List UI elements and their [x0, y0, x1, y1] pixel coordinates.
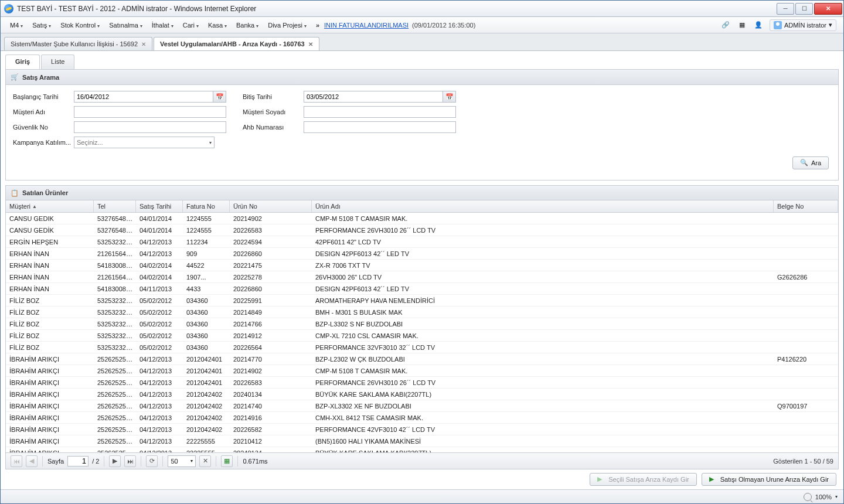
minimize-button[interactable]: ─ [777, 3, 794, 15]
user-icon[interactable]: 👤 [753, 20, 764, 30]
table-row[interactable]: İBRAHİM ARIKÇI252625252504/12/2013201204… [6, 412, 838, 424]
window-buttons: ─ ☐ ✕ [777, 3, 842, 15]
table-row[interactable]: ERHAN İNAN212615642904/12/20139092022686… [6, 248, 838, 260]
menu-diva projesi[interactable]: Diva Projesi▾ [263, 20, 311, 30]
baslangic-input[interactable] [74, 91, 213, 103]
col-urun[interactable]: Ürün No [230, 200, 312, 212]
col-fatura[interactable]: Fatura No [183, 200, 230, 212]
col-musteri[interactable]: Müşteri▲ [6, 200, 94, 212]
chevron-down-icon[interactable]: ▾ [835, 494, 838, 499]
zoom-icon[interactable] [804, 493, 812, 501]
table-row[interactable]: FİLİZ BOZ532532323205/02/201203436020225… [6, 295, 838, 307]
maximize-button[interactable]: ☐ [795, 3, 813, 15]
kampanya-placeholder: Seçiniz... [77, 139, 103, 146]
menu-m4[interactable]: M4▾ [5, 20, 28, 30]
table-row[interactable]: İBRAHİM ARIKÇI252625252504/12/2013201204… [6, 389, 838, 400]
table-row[interactable]: İBRAHİM ARIKÇI252625252504/12/2013201204… [6, 377, 838, 389]
table-row[interactable]: İBRAHİM ARIKÇI252625252504/12/2013201204… [6, 400, 838, 412]
menu-cari[interactable]: Cari▾ [178, 20, 203, 30]
window-title: TEST BAYİ - TEST BAYİ - 2012 - ADMİN ist… [17, 5, 777, 13]
table-row[interactable]: FİLİZ BOZ532532323205/02/201203436020214… [6, 318, 838, 330]
menu-banka[interactable]: Banka▾ [232, 20, 263, 30]
bitis-input[interactable] [304, 91, 443, 103]
musteri-soyadi-input[interactable] [304, 106, 456, 118]
table-row[interactable]: CANSU GEDIK532765484704/01/2014122455520… [6, 213, 838, 224]
table-row[interactable]: İBRAHİM ARIKÇI252625252504/12/2013201204… [6, 424, 838, 435]
menu-satış[interactable]: Satış▾ [28, 20, 56, 30]
chevron-down-icon: ▾ [21, 23, 23, 29]
col-belge[interactable]: Belge No [774, 200, 838, 212]
search-panel-header: 🛒 Satış Arama [6, 70, 838, 85]
search-form: Başlangıç Tarihi 📅 Bitiş Tarihi 📅 Müşter… [6, 85, 838, 180]
grid-columns: Müşteri▲ Tel Satış Tarihi Fatura No Ürün… [6, 200, 838, 213]
zoom-value: 100% [815, 493, 832, 500]
search-icon: 🔍 [800, 159, 808, 167]
bottom-actions: ▶ Seçili Satışa Arıza Kaydı Gir ▶ Satışı… [5, 469, 839, 489]
action-no-sale-button[interactable]: ▶ Satışı Olmayan Urune Arıza Kaydı Gir [702, 473, 836, 486]
refresh-button[interactable]: ⟳ [146, 455, 158, 467]
page-size-select[interactable]: 50 ▾ [168, 455, 196, 467]
musteri-adi-input[interactable] [74, 106, 226, 118]
grid: Müşteri▲ Tel Satış Tarihi Fatura No Ürün… [5, 200, 839, 469]
calendar-icon[interactable]: 📅 [213, 91, 226, 103]
col-tarih[interactable]: Satış Tarihi [136, 200, 183, 212]
grid-body[interactable]: CANSU GEDIK532765484704/01/2014122455520… [6, 213, 838, 452]
clear-pagesize-button[interactable]: ✕ [199, 455, 211, 467]
grid-footer: ⏮ ◀ Sayfa / 2 ▶ ⏭ ⟳ 50 ▾ ✕ [6, 452, 838, 469]
table-row[interactable]: ERHAN İNAN541830080704/02/20144452220221… [6, 260, 838, 271]
close-icon[interactable]: ✕ [308, 41, 313, 47]
ie-icon [4, 4, 13, 13]
page-next-button[interactable]: ▶ [109, 455, 121, 467]
baslangic-label: Başlangıç Tarihi [13, 93, 74, 100]
page-last-button[interactable]: ⏭ [124, 455, 136, 467]
main-tab[interactable]: Sistem/Master Şube Kullanıcı İlişkisi - … [4, 37, 152, 50]
table-row[interactable]: FİLİZ BOZ532532323205/02/201203436020214… [6, 307, 838, 318]
menu-stok kontrol[interactable]: Stok Kontrol▾ [56, 20, 104, 30]
close-icon[interactable]: ✕ [141, 41, 146, 47]
chevron-down-icon: ▾ [829, 21, 832, 29]
page-total: / 2 [92, 458, 99, 465]
cart-icon: 🛒 [11, 73, 19, 81]
subtab-liste[interactable]: Liste [41, 55, 74, 69]
close-button[interactable]: ✕ [814, 3, 842, 15]
timing-label: 0.671ms [243, 458, 267, 465]
search-button[interactable]: 🔍 Ara [792, 156, 829, 169]
table-row[interactable]: FİLİZ BOZ532532323205/02/201203436020214… [6, 330, 838, 342]
page-label: Sayfa [47, 458, 64, 465]
table-row[interactable]: ERHAN İNAN541830080704/11/20134433202268… [6, 283, 838, 295]
guvenlik-label: Güvenlik No [13, 124, 74, 131]
chevron-down-icon: ▾ [97, 23, 100, 29]
page-input[interactable] [67, 456, 89, 466]
guvenlik-input[interactable] [74, 121, 226, 133]
menu-kasa[interactable]: Kasa▾ [203, 20, 232, 30]
col-ad[interactable]: Ürün Adı [312, 200, 774, 212]
menu-satınalma[interactable]: Satınalma▾ [104, 20, 147, 30]
calendar-icon[interactable]: 📅 [443, 91, 456, 103]
subtab-giriş[interactable]: Giriş [5, 55, 40, 69]
kampanya-select[interactable]: Seçiniz... ▾ [74, 137, 215, 148]
page-prev-button[interactable]: ◀ [26, 455, 38, 467]
table-row[interactable]: CANSU GEDİK532765484704/01/2014122455520… [6, 224, 838, 236]
ahb-input[interactable] [304, 121, 456, 133]
grid-icon[interactable]: ▦ [737, 20, 747, 30]
table-row[interactable]: İBRAHİM ARIKÇI252625252504/12/2013201204… [6, 353, 838, 365]
table-row[interactable]: İBRAHİM ARIKÇI252625252504/12/2013222255… [6, 447, 838, 452]
user-menu[interactable]: ADMİN istrator ▾ [770, 19, 836, 31]
link-icon[interactable]: 🔗 [720, 20, 731, 30]
news-link[interactable]: ININ FATURALANDIRILMASI [324, 22, 409, 29]
table-row[interactable]: FİLİZ BOZ532532323205/02/201203436020226… [6, 342, 838, 353]
menu-i̇thalat[interactable]: İthalat▾ [147, 20, 178, 30]
main-tabs: Sistem/Master Şube Kullanıcı İlişkisi - … [1, 33, 843, 51]
col-tel[interactable]: Tel [94, 200, 136, 212]
page-first-button[interactable]: ⏮ [11, 455, 22, 467]
table-row[interactable]: ERGİN HEPŞEN532532323204/12/201311223420… [6, 236, 838, 248]
news-time: (09/01/2012 16:35:00) [412, 22, 475, 29]
play-icon: ▶ [597, 475, 605, 483]
export-button[interactable]: ▦ [221, 455, 233, 467]
main-tab[interactable]: Vestel Uygulamaları/AHB - Arıza Kaydı - … [154, 37, 319, 50]
menubar: M4▾Satış▾Stok Kontrol▾Satınalma▾İthalat▾… [1, 17, 843, 33]
toolbar-right: 🔗 ▦ 👤 ADMİN istrator ▾ [720, 19, 836, 31]
table-row[interactable]: ERHAN İNAN212615642904/02/20141907...202… [6, 271, 838, 283]
table-row[interactable]: İBRAHİM ARIKÇI252625252504/12/2013201204… [6, 365, 838, 377]
table-row[interactable]: İBRAHİM ARIKÇI252625252504/12/2013222255… [6, 435, 838, 447]
